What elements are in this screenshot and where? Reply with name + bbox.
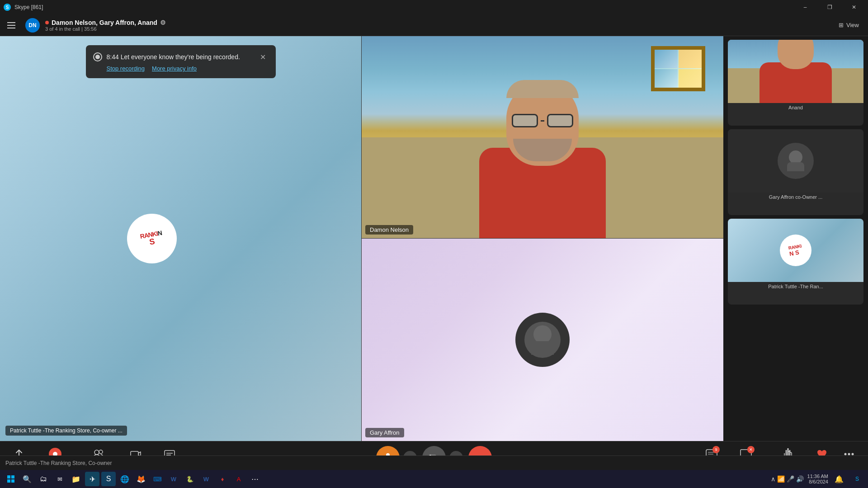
- window-title: Skype [861]: [14, 4, 43, 10]
- gary-video-panel[interactable]: Gary Affron: [362, 239, 723, 441]
- network-icon[interactable]: 📶: [777, 475, 785, 483]
- record-dot: [93, 52, 102, 61]
- ruby-button[interactable]: ♦: [215, 472, 230, 486]
- stop-sharing-badge: ✕: [747, 446, 755, 453]
- call-subtitle: 3 of 4 in the call | 35:56: [45, 26, 830, 32]
- screen-share-panel[interactable]: RANKIN S 8:44 Let everyone know they're …: [0, 36, 362, 441]
- patrick-thumb-background: RANKI N S: [728, 219, 863, 282]
- gary-avatar-inner: [524, 322, 561, 358]
- ranking-logo-text: RANKIN S: [140, 230, 164, 248]
- gary-thumb-avatar: [778, 143, 814, 179]
- stop-recording-link[interactable]: Stop recording: [107, 65, 145, 72]
- chrome-button[interactable]: 🌐: [118, 472, 132, 486]
- ranking-logo: RANKIN S: [127, 214, 177, 263]
- notification-banner: 8:44 Let everyone know they're being rec…: [86, 45, 276, 78]
- damon-video-background: [362, 36, 723, 238]
- patrick-thumb-label: Patrick Tuttle -The Ran...: [728, 282, 863, 291]
- gary-thumbnail[interactable]: Gary Affron co-Owner ...: [728, 129, 863, 215]
- svg-point-17: [844, 453, 847, 455]
- call-participants: Damon Nelson, Gary Affron, Anand: [52, 19, 157, 26]
- window-controls: – ❐ ✕: [795, 0, 864, 14]
- msword2-button[interactable]: W: [199, 472, 213, 486]
- record-dot-inner: [95, 55, 100, 59]
- chevron-up-icon[interactable]: ∧: [771, 475, 775, 483]
- skype-taskbar-button[interactable]: S: [101, 472, 116, 486]
- svg-point-1: [99, 450, 103, 454]
- clock-time: 11:36 AM: [807, 474, 828, 479]
- damon-video-panel[interactable]: Damon Nelson: [362, 36, 723, 239]
- notification-bell[interactable]: 🔔: [832, 472, 846, 486]
- privacy-link[interactable]: More privacy info: [152, 65, 197, 72]
- notification-close-button[interactable]: ✕: [258, 52, 269, 62]
- damon-head: [506, 82, 579, 166]
- patrick-video-thumb: RANKI N S: [728, 219, 863, 282]
- menu-button[interactable]: [5, 18, 20, 33]
- svg-point-18: [848, 453, 850, 455]
- svg-rect-21: [11, 475, 14, 479]
- anand-background: [728, 40, 863, 103]
- left-participant-label: Patrick Tuttle -The Ranking Store, Co-ow…: [5, 426, 127, 436]
- video-grid: RANKIN S 8:44 Let everyone know they're …: [0, 36, 723, 441]
- participants-sidebar: Anand Gary Affron co-Owner ...: [723, 36, 868, 441]
- taskbar: 🔍 🗂 ✉ 📁 ✈ S 🌐 🦊 ⌨ W 🐍 W ♦ A ⋯ ∧ 📶 🎤 🔊 11…: [0, 470, 868, 488]
- notification-text: 8:44 Let everyone know they're being rec…: [107, 53, 253, 61]
- taskview-button[interactable]: 🗂: [36, 472, 51, 486]
- left-participant-name: Patrick Tuttle -The Ranking Store, Co-ow…: [10, 427, 123, 434]
- chat-badge: 9: [712, 446, 720, 453]
- python-button[interactable]: 🐍: [183, 472, 197, 486]
- gary-thumb-background: [728, 129, 863, 192]
- telegram-button[interactable]: ✈: [85, 472, 99, 486]
- firefox-button[interactable]: 🦊: [134, 472, 148, 486]
- damon-beard: [513, 139, 572, 161]
- title-bar-left: S Skype [861]: [4, 4, 43, 11]
- notification-time: 8:44: [107, 53, 119, 61]
- status-text: Patrick Tuttle -The Ranking Store, Co-ow…: [5, 460, 112, 466]
- view-label: View: [846, 22, 859, 28]
- windows-start-button[interactable]: [4, 472, 18, 486]
- gary-name: Gary Affron: [370, 429, 400, 436]
- vscode-button[interactable]: ⌨: [150, 472, 165, 486]
- patrick-thumbnail[interactable]: RANKI N S Patrick Tuttle -The Ran...: [728, 219, 863, 305]
- more-taskbar-button[interactable]: ⋯: [248, 472, 262, 486]
- avatar[interactable]: DN: [25, 18, 40, 33]
- main-content: RANKIN S 8:44 Let everyone know they're …: [0, 36, 868, 441]
- taskbar-right: ∧ 📶 🎤 🔊 11:36 AM 8/6/2024 🔔 S: [771, 472, 864, 486]
- system-clock[interactable]: 11:36 AM 8/6/2024: [807, 474, 828, 484]
- damon-head-top: [506, 80, 579, 98]
- patrick-logo: RANKI N S: [780, 235, 811, 266]
- explorer-button[interactable]: 📁: [69, 472, 83, 486]
- svg-point-19: [852, 453, 854, 455]
- patrick-logo-text: RANKI N S: [788, 244, 803, 258]
- mic-sys-icon[interactable]: 🎤: [787, 475, 794, 483]
- notification-top: 8:44 Let everyone know they're being rec…: [93, 52, 269, 62]
- svg-rect-22: [7, 479, 10, 483]
- mail-button[interactable]: ✉: [52, 472, 67, 486]
- grid-icon: ⊞: [839, 22, 844, 28]
- anand-head: [778, 40, 814, 69]
- status-bar: Patrick Tuttle -The Ranking Store, Co-ow…: [0, 455, 868, 470]
- restore-button[interactable]: ❐: [819, 0, 840, 14]
- gary-avatar: [515, 313, 570, 367]
- damon-name-tag: Damon Nelson: [365, 225, 413, 235]
- svg-point-0: [94, 450, 99, 455]
- notification-links: Stop recording More privacy info: [93, 65, 269, 72]
- search-taskbar-button[interactable]: 🔍: [20, 472, 34, 486]
- anand-thumbnail[interactable]: Anand: [728, 40, 863, 126]
- word-button[interactable]: W: [166, 472, 181, 486]
- call-title: Damon Nelson, Gary Affron, Anand ⚙: [45, 19, 830, 26]
- recording-indicator: [45, 21, 49, 24]
- anand-label: Anand: [728, 103, 863, 112]
- acrobat-button[interactable]: A: [231, 472, 246, 486]
- damon-name: Damon Nelson: [370, 226, 409, 233]
- gary-video-thumb: [728, 129, 863, 192]
- speaker-icon[interactable]: 🔊: [796, 475, 804, 483]
- skype-icon: S: [4, 4, 11, 11]
- clock-date: 8/6/2024: [807, 479, 828, 484]
- view-button[interactable]: ⊞ View: [835, 20, 863, 30]
- close-button[interactable]: ✕: [844, 0, 864, 14]
- gear-icon[interactable]: ⚙: [160, 19, 166, 26]
- svg-rect-23: [11, 479, 14, 483]
- minimize-button[interactable]: –: [795, 0, 816, 14]
- notification-message: Let everyone know they're being recorded…: [121, 53, 240, 61]
- skype-tray-icon[interactable]: S: [850, 472, 864, 486]
